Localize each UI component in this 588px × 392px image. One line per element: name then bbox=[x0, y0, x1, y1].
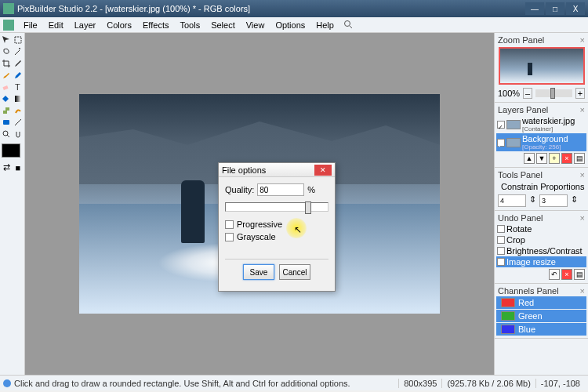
undo-item[interactable]: Brightness/Contrast bbox=[496, 245, 586, 256]
menu-file[interactable]: File bbox=[19, 19, 42, 31]
undo-panel-title: Undo Panel bbox=[498, 213, 543, 223]
layer-meta: [Container] bbox=[522, 125, 575, 132]
marquee-tool-icon[interactable] bbox=[13, 34, 24, 45]
menubar: File Edit Layer Colors Effects Tools Sel… bbox=[0, 17, 588, 33]
maximize-button[interactable]: □ bbox=[546, 2, 564, 15]
layers-panel-close-icon[interactable]: × bbox=[580, 105, 585, 114]
svg-rect-5 bbox=[15, 96, 21, 102]
channel-swatch-icon bbox=[501, 311, 515, 321]
smudge-tool-icon[interactable] bbox=[13, 105, 24, 115]
menu-select[interactable]: Select bbox=[206, 19, 240, 31]
zoom-tool-icon[interactable] bbox=[2, 129, 12, 139]
app-menu-icon[interactable] bbox=[3, 20, 14, 31]
lasso-tool-icon[interactable] bbox=[2, 46, 12, 56]
layer-add-button[interactable]: + bbox=[549, 153, 560, 164]
svg-rect-3 bbox=[3, 85, 9, 90]
move-tool-icon[interactable] bbox=[2, 34, 12, 45]
grayscale-checkbox[interactable] bbox=[225, 233, 234, 241]
stepper-icon[interactable]: ⇕ bbox=[529, 194, 536, 207]
save-button[interactable]: Save bbox=[243, 264, 274, 280]
default-colors-icon[interactable]: ■ bbox=[13, 162, 24, 172]
zoom-in-button[interactable]: + bbox=[575, 88, 585, 99]
layer-down-button[interactable]: ▼ bbox=[536, 153, 547, 164]
svg-line-11 bbox=[7, 135, 9, 137]
search-icon[interactable] bbox=[343, 20, 353, 31]
pencil-tool-icon[interactable] bbox=[13, 70, 24, 80]
menu-effects[interactable]: Effects bbox=[138, 19, 173, 31]
clone-tool-icon[interactable] bbox=[2, 105, 12, 115]
undo-item[interactable]: Image resize bbox=[496, 256, 586, 267]
channel-label: Blue bbox=[518, 325, 535, 334]
line-tool-icon[interactable] bbox=[13, 117, 24, 127]
gradient-tool-icon[interactable] bbox=[13, 93, 24, 103]
channel-swatch-icon bbox=[501, 325, 515, 334]
layer-name: waterskier.jpg bbox=[522, 116, 575, 125]
layer-thumb-icon bbox=[506, 120, 521, 129]
undo-checkbox[interactable] bbox=[497, 236, 505, 244]
dialog-close-button[interactable]: ✕ bbox=[314, 165, 332, 176]
zoom-slider[interactable] bbox=[535, 89, 572, 97]
wand-tool-icon[interactable] bbox=[13, 46, 24, 56]
svg-text:T: T bbox=[15, 82, 20, 92]
channels-panel-close-icon[interactable]: × bbox=[580, 286, 585, 296]
undo-panel: Undo Panel× Rotate Crop Brightness/Contr… bbox=[495, 211, 588, 284]
cancel-button[interactable]: Cancel bbox=[279, 264, 310, 280]
undo-panel-close-icon[interactable]: × bbox=[580, 213, 585, 223]
eyedropper-tool-icon[interactable] bbox=[13, 58, 24, 68]
quality-slider[interactable] bbox=[225, 202, 328, 212]
quality-unit: % bbox=[307, 185, 315, 194]
fill-tool-icon[interactable] bbox=[2, 93, 12, 103]
undo-item[interactable]: Crop bbox=[496, 234, 586, 245]
color-swatches[interactable] bbox=[2, 143, 20, 158]
layer-up-button[interactable]: ▲ bbox=[524, 153, 535, 164]
undo-button[interactable]: ↶ bbox=[549, 269, 560, 280]
quality-input[interactable] bbox=[257, 183, 304, 196]
width-input[interactable] bbox=[498, 194, 526, 207]
menu-options[interactable]: Options bbox=[270, 19, 310, 31]
window-close-button[interactable]: X bbox=[566, 2, 585, 15]
channel-row[interactable]: Blue bbox=[496, 323, 586, 336]
zoom-panel-close-icon[interactable]: × bbox=[580, 35, 585, 45]
menu-help[interactable]: Help bbox=[311, 19, 339, 31]
quality-slider-thumb[interactable] bbox=[305, 201, 311, 214]
channels-panel-title: Channels Panel bbox=[498, 286, 559, 296]
height-input[interactable] bbox=[539, 194, 568, 207]
channel-row[interactable]: Red bbox=[496, 296, 586, 309]
hand-tool-icon[interactable] bbox=[13, 129, 24, 139]
crop-tool-icon[interactable] bbox=[2, 58, 12, 68]
menu-colors[interactable]: Colors bbox=[102, 19, 136, 31]
undo-menu-button[interactable]: ▤ bbox=[574, 269, 585, 280]
svg-point-0 bbox=[344, 20, 350, 26]
stepper-icon[interactable]: ⇕ bbox=[571, 194, 578, 207]
grayscale-label: Grayscale bbox=[237, 232, 276, 241]
menu-edit[interactable]: Edit bbox=[44, 19, 68, 31]
layer-menu-button[interactable]: ▤ bbox=[574, 153, 585, 164]
shape-tool-icon[interactable] bbox=[2, 117, 12, 127]
undo-checkbox[interactable] bbox=[497, 247, 505, 255]
brush-tool-icon[interactable] bbox=[2, 70, 12, 80]
minimize-button[interactable]: — bbox=[525, 2, 544, 15]
zoom-out-button[interactable]: – bbox=[523, 88, 532, 99]
menu-view[interactable]: View bbox=[241, 19, 270, 31]
status-hint: Click and drag to draw a rounded rectang… bbox=[14, 379, 398, 388]
layer-visibility-checkbox[interactable] bbox=[497, 139, 505, 147]
layer-visibility-checkbox[interactable] bbox=[497, 121, 505, 129]
progressive-checkbox[interactable] bbox=[225, 220, 234, 229]
layer-row[interactable]: Background[Opacity: 256] bbox=[496, 133, 586, 151]
menu-tools[interactable]: Tools bbox=[175, 19, 205, 31]
zoom-thumbnail[interactable] bbox=[499, 47, 585, 85]
undo-checkbox[interactable] bbox=[497, 225, 505, 233]
undo-clear-button[interactable]: × bbox=[561, 269, 572, 280]
workspace[interactable]: File options ✕ Quality: % Progressive Gr… bbox=[25, 33, 494, 375]
undo-checkbox[interactable] bbox=[497, 258, 505, 266]
menu-layer[interactable]: Layer bbox=[70, 19, 101, 31]
swap-colors-icon[interactable]: ⇄ bbox=[2, 162, 12, 172]
layer-delete-button[interactable]: × bbox=[561, 153, 572, 164]
eraser-tool-icon[interactable] bbox=[2, 82, 12, 92]
channel-row[interactable]: Green bbox=[496, 310, 586, 322]
text-tool-icon[interactable]: T bbox=[13, 82, 24, 92]
tools-panel-close-icon[interactable]: × bbox=[580, 170, 585, 180]
layer-row[interactable]: waterskier.jpg[Container] bbox=[496, 115, 586, 133]
undo-item[interactable]: Rotate bbox=[496, 223, 586, 234]
undo-label: Rotate bbox=[506, 224, 532, 234]
